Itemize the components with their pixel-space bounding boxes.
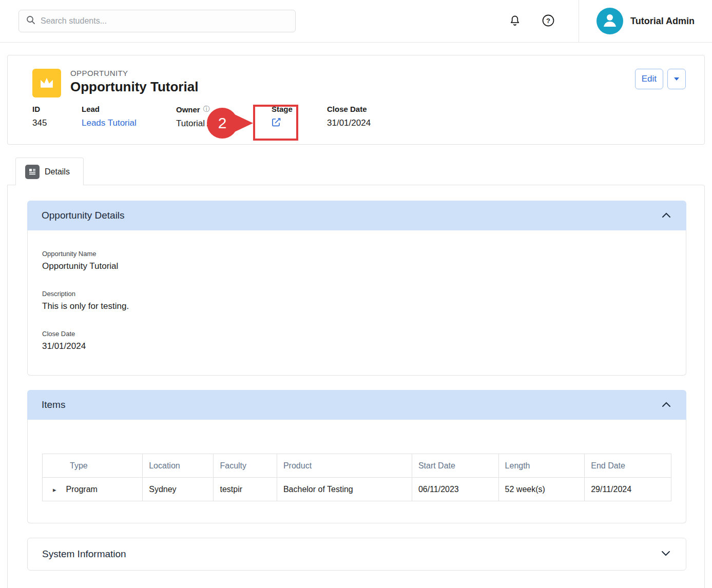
col-location: Location <box>143 454 214 478</box>
cell-start-date: 06/11/2023 <box>412 478 498 501</box>
col-product: Product <box>277 454 412 478</box>
user-avatar[interactable] <box>596 8 623 34</box>
id-value: 345 <box>32 118 82 128</box>
search-box[interactable] <box>18 10 296 32</box>
tab-bar: Details <box>15 158 705 185</box>
col-start-date: Start Date <box>412 454 498 478</box>
field-close-date-detail: Close Date 31/01/2024 <box>42 330 671 351</box>
section-items: Items Type Location Faculty Product Star… <box>27 390 686 523</box>
id-label: ID <box>32 105 82 113</box>
help-button[interactable]: ? <box>538 11 558 32</box>
close-date-label: Close Date <box>327 105 371 113</box>
items-table: Type Location Faculty Product Start Date… <box>42 454 671 501</box>
search-icon <box>26 15 35 27</box>
record-header-card: OPPORTUNITY Opportunity Tutorial Edit ID… <box>7 55 705 145</box>
cell-type: ▸Program <box>43 478 143 501</box>
system-information-title: System Information <box>42 548 126 560</box>
details-panel: Opportunity Details Opportunity Name Opp… <box>7 185 705 588</box>
description-value: This is only for testing. <box>42 301 671 311</box>
row-expand-icon[interactable]: ▸ <box>53 486 56 494</box>
details-tab-icon <box>25 165 40 179</box>
col-type: Type <box>43 454 143 478</box>
topbar: ? Tutorial Admin <box>0 0 712 43</box>
close-date-detail-value: 31/01/2024 <box>42 341 671 351</box>
field-stage: Stage <box>272 105 327 129</box>
chevron-up-icon[interactable] <box>662 211 671 220</box>
lead-link[interactable]: Leads Tutorial <box>82 118 176 128</box>
lead-label: Lead <box>82 105 176 113</box>
stage-edit-icon[interactable] <box>272 117 281 129</box>
more-actions-button[interactable] <box>667 69 686 89</box>
items-table-header-row: Type Location Faculty Product Start Date… <box>43 454 671 478</box>
field-close-date: Close Date 31/01/2024 <box>327 105 371 129</box>
tab-details[interactable]: Details <box>15 158 84 185</box>
user-name[interactable]: Tutorial Admin <box>630 16 695 27</box>
help-icon: ? <box>542 14 555 29</box>
table-row: ▸Program Sydney testpir Bachelor of Test… <box>43 478 671 501</box>
field-owner: Owner ⓘ Tutorial A <box>176 105 272 129</box>
owner-label: Owner <box>176 105 200 114</box>
field-opportunity-name: Opportunity Name Opportunity Tutorial <box>42 250 671 271</box>
system-information-header[interactable]: System Information <box>27 538 686 571</box>
info-icon[interactable]: ⓘ <box>203 105 210 114</box>
user-icon <box>601 11 619 31</box>
close-date-detail-label: Close Date <box>42 330 671 338</box>
chevron-down-icon <box>674 77 679 81</box>
col-length: Length <box>498 454 585 478</box>
cell-length: 52 week(s) <box>498 478 585 501</box>
cell-faculty: testpir <box>214 478 277 501</box>
col-faculty: Faculty <box>214 454 277 478</box>
cell-location: Sydney <box>143 478 214 501</box>
stage-label: Stage <box>272 105 327 113</box>
opportunity-details-header[interactable]: Opportunity Details <box>27 201 686 230</box>
search-input[interactable] <box>41 16 288 26</box>
details-tab-label: Details <box>45 167 70 177</box>
field-id: ID 345 <box>32 105 82 129</box>
opportunity-details-title: Opportunity Details <box>42 210 125 221</box>
items-title: Items <box>42 399 65 410</box>
description-label: Description <box>42 290 671 298</box>
col-end-date: End Date <box>585 454 671 478</box>
entity-type-label: OPPORTUNITY <box>70 69 635 77</box>
edit-button[interactable]: Edit <box>635 69 663 89</box>
notifications-button[interactable] <box>506 11 524 31</box>
type-value: Program <box>66 485 98 494</box>
cell-product: Bachelor of Testing <box>277 478 412 501</box>
field-lead: Lead Leads Tutorial <box>82 105 176 129</box>
cell-end-date: 29/11/2024 <box>585 478 671 501</box>
field-description: Description This is only for testing. <box>42 290 671 311</box>
page-title: Opportunity Tutorial <box>70 79 635 95</box>
opportunity-name-label: Opportunity Name <box>42 250 671 258</box>
items-header[interactable]: Items <box>27 390 686 420</box>
chevron-up-icon[interactable] <box>662 400 671 409</box>
close-date-value: 31/01/2024 <box>327 118 371 128</box>
chevron-down-icon[interactable] <box>661 550 670 559</box>
owner-value: Tutorial A <box>176 119 272 129</box>
bell-icon <box>509 14 521 28</box>
opportunity-name-value: Opportunity Tutorial <box>42 261 671 271</box>
opportunity-icon <box>32 69 61 97</box>
svg-text:?: ? <box>546 17 550 25</box>
topbar-divider <box>579 0 579 43</box>
section-opportunity-details: Opportunity Details Opportunity Name Opp… <box>27 201 686 376</box>
